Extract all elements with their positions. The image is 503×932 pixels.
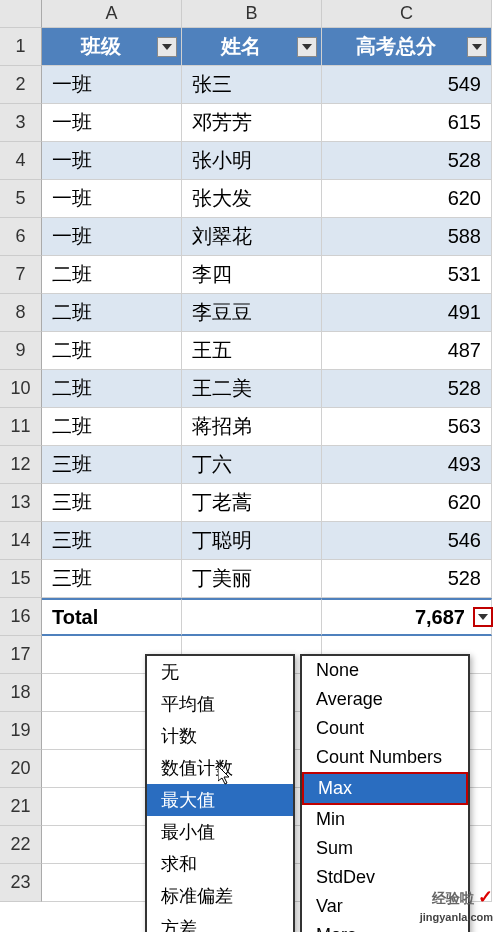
cell[interactable]: 丁聪明 [182,522,322,560]
cell[interactable]: 张三 [182,66,322,104]
filter-button[interactable] [467,37,487,57]
row-header-5[interactable]: 5 [0,180,42,218]
table-header-name[interactable]: 姓名 [182,28,322,66]
select-all-corner[interactable] [0,0,42,28]
row-header-13[interactable]: 13 [0,484,42,522]
cell[interactable]: 蒋招弟 [182,408,322,446]
menu-item[interactable]: Sum [302,834,468,863]
cell[interactable]: 546 [322,522,492,560]
row-header-8[interactable]: 8 [0,294,42,332]
menu-item[interactable]: Count [302,714,468,743]
cell[interactable] [182,598,322,636]
menu-item[interactable]: 最大值 [147,784,293,816]
cell[interactable]: 李豆豆 [182,294,322,332]
cell[interactable]: 邓芳芳 [182,104,322,142]
cell[interactable]: 531 [322,256,492,294]
chevron-down-icon [162,44,172,50]
col-header-c[interactable]: C [322,0,492,28]
filter-button[interactable] [157,37,177,57]
row-header-11[interactable]: 11 [0,408,42,446]
cell[interactable]: 三班 [42,522,182,560]
total-value-cell[interactable]: 7,687 [322,598,492,636]
cell[interactable]: 620 [322,484,492,522]
row-header-14[interactable]: 14 [0,522,42,560]
row-header-2[interactable]: 2 [0,66,42,104]
filter-button[interactable] [297,37,317,57]
col-header-b[interactable]: B [182,0,322,28]
cell[interactable]: 二班 [42,256,182,294]
row-header-3[interactable]: 3 [0,104,42,142]
menu-item[interactable]: 平均值 [147,688,293,720]
cell[interactable]: 刘翠花 [182,218,322,256]
cell[interactable]: 620 [322,180,492,218]
cell[interactable]: 528 [322,142,492,180]
spreadsheet-grid: A B C [0,0,503,28]
menu-item[interactable]: 求和 [147,848,293,880]
cell[interactable]: 615 [322,104,492,142]
row-header-1[interactable]: 1 [0,28,42,66]
menu-item[interactable]: None [302,656,468,685]
menu-item[interactable]: 最小值 [147,816,293,848]
cell[interactable]: 王二美 [182,370,322,408]
cell[interactable]: 一班 [42,66,182,104]
cell[interactable]: 三班 [42,446,182,484]
aggregate-menu-cn: 无平均值计数数值计数最大值最小值求和标准偏差方差其他函数... [145,654,295,932]
row-header-4[interactable]: 4 [0,142,42,180]
cell[interactable]: 张小明 [182,142,322,180]
cell[interactable]: 563 [322,408,492,446]
menu-item[interactable]: 无 [147,656,293,688]
cell[interactable]: 491 [322,294,492,332]
cell[interactable]: 二班 [42,294,182,332]
chevron-down-icon [472,44,482,50]
menu-item[interactable]: Max [302,772,468,805]
table-header-score[interactable]: 高考总分 [322,28,492,66]
table-header-class[interactable]: 班级 [42,28,182,66]
cell[interactable]: 丁美丽 [182,560,322,598]
cell[interactable]: 二班 [42,332,182,370]
row-header-12[interactable]: 12 [0,446,42,484]
cell[interactable]: 一班 [42,218,182,256]
menu-item[interactable]: 计数 [147,720,293,752]
total-label-cell[interactable]: Total [42,598,182,636]
row-header-15[interactable]: 15 [0,560,42,598]
row-header-9[interactable]: 9 [0,332,42,370]
cell[interactable]: 一班 [42,142,182,180]
row-header-16[interactable]: 16 [0,598,42,636]
cell[interactable]: 二班 [42,408,182,446]
menu-item[interactable]: Min [302,805,468,834]
col-header-a[interactable]: A [42,0,182,28]
cell[interactable]: 三班 [42,560,182,598]
menu-item[interactable]: Average [302,685,468,714]
row-header-20[interactable]: 20 [0,750,42,788]
cell[interactable]: 528 [322,560,492,598]
row-header-6[interactable]: 6 [0,218,42,256]
row-header-23[interactable]: 23 [0,864,42,902]
cell[interactable]: 二班 [42,370,182,408]
cell[interactable]: 丁老蒿 [182,484,322,522]
watermark: 经验啦 ✓ jingyanla.com [420,886,493,924]
row-header-17[interactable]: 17 [0,636,42,674]
menu-item[interactable]: 方差 [147,912,293,932]
cell[interactable]: 丁六 [182,446,322,484]
row-header-22[interactable]: 22 [0,826,42,864]
cell[interactable]: 一班 [42,180,182,218]
cell[interactable]: 张大发 [182,180,322,218]
cell[interactable]: 528 [322,370,492,408]
aggregate-dropdown-button[interactable] [473,607,493,627]
cell[interactable]: 549 [322,66,492,104]
menu-item[interactable]: Count Numbers [302,743,468,772]
row-header-7[interactable]: 7 [0,256,42,294]
cell[interactable]: 493 [322,446,492,484]
menu-item[interactable]: 标准偏差 [147,880,293,912]
chevron-down-icon [478,614,488,620]
cell[interactable]: 487 [322,332,492,370]
row-header-19[interactable]: 19 [0,712,42,750]
cell[interactable]: 王五 [182,332,322,370]
row-header-10[interactable]: 10 [0,370,42,408]
cell[interactable]: 三班 [42,484,182,522]
row-header-21[interactable]: 21 [0,788,42,826]
cell[interactable]: 588 [322,218,492,256]
cell[interactable]: 李四 [182,256,322,294]
row-header-18[interactable]: 18 [0,674,42,712]
cell[interactable]: 一班 [42,104,182,142]
